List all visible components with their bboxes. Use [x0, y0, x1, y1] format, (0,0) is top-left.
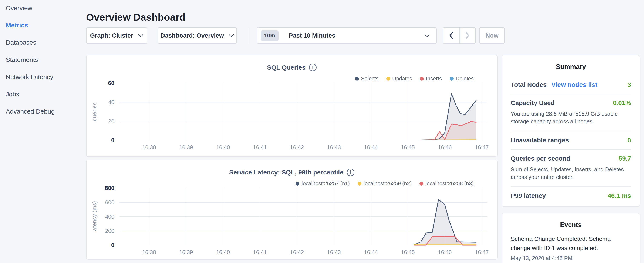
sidebar-item-jobs[interactable]: Jobs	[6, 90, 85, 98]
svg-text:queries: queries	[92, 102, 98, 121]
sidebar-item-overview[interactable]: Overview	[6, 4, 85, 12]
legend-item-selects: Selects	[355, 76, 378, 82]
svg-text:16:41: 16:41	[253, 144, 267, 150]
svg-text:16:42: 16:42	[290, 144, 304, 150]
sidebar-item-statements[interactable]: Statements	[6, 56, 85, 64]
svg-text:16:40: 16:40	[216, 144, 230, 150]
svg-text:16:47: 16:47	[475, 249, 488, 255]
sidebar-item-metrics[interactable]: Metrics	[6, 22, 85, 29]
svg-text:16:39: 16:39	[179, 249, 193, 255]
summary-row-capacity-used: Capacity Used 0.01% You are using 28.6 M…	[511, 94, 631, 131]
svg-text:16:46: 16:46	[438, 144, 452, 150]
summary-label: Capacity Used	[511, 99, 555, 107]
summary-row-queries-per-second: Queries per second 59.7 Sum of Selects, …	[511, 149, 631, 186]
legend-label: Inserts	[426, 76, 442, 82]
legend-item-updates: Updates	[386, 76, 412, 82]
time-step-back-button[interactable]	[443, 28, 459, 43]
summary-label: P99 latency	[511, 192, 546, 199]
svg-text:16:47: 16:47	[475, 144, 488, 150]
summary-value: 59.7	[619, 155, 631, 162]
time-range-dropdown[interactable]: 10m Past 10 Minutes	[257, 27, 437, 44]
sidebar-nav: Overview Metrics Databases Statements Ne…	[0, 0, 85, 263]
time-step-forward-button[interactable]	[459, 28, 476, 43]
legend-label: localhost:26258 (n3)	[426, 180, 474, 187]
svg-text:16:44: 16:44	[364, 249, 378, 255]
svg-text:16:42: 16:42	[290, 249, 304, 255]
legend-label: localhost:26257 (n1)	[302, 180, 350, 187]
svg-text:400: 400	[105, 213, 114, 220]
svg-text:40: 40	[108, 99, 114, 105]
now-button-label: Now	[486, 32, 498, 39]
chevron-down-icon	[138, 34, 144, 37]
chevron-left-icon	[449, 32, 454, 39]
sidebar-item-databases[interactable]: Databases	[6, 39, 85, 46]
dashboard-dropdown[interactable]: Dashboard: Overview	[158, 27, 237, 44]
summary-panel: Summary Total Nodes View nodes list 3 Ca…	[502, 55, 640, 207]
svg-text:16:43: 16:43	[327, 249, 341, 255]
events-heading: Events	[511, 221, 631, 229]
time-step-controls	[443, 27, 476, 44]
chevron-right-icon	[465, 32, 470, 39]
legend-item-inserts: Inserts	[420, 76, 442, 82]
legend-item-localhost-26258-n3: localhost:26258 (n3)	[420, 180, 474, 187]
graph-scope-label: Graph: Cluster	[90, 32, 133, 39]
legend-dot	[355, 77, 359, 81]
chevron-down-icon	[228, 34, 234, 37]
chart-title: Service Latency: SQL, 99th percentile	[229, 169, 343, 176]
summary-heading: Summary	[511, 63, 631, 71]
svg-text:200: 200	[105, 228, 114, 234]
legend-dot	[420, 182, 423, 185]
chart-panel-sql-queries: SQL QueriesiSelectsUpdatesInsertsDeletes…	[86, 55, 498, 157]
view-nodes-list-link[interactable]: View nodes list	[551, 81, 597, 88]
svg-text:16:44: 16:44	[364, 144, 378, 150]
summary-description: Sum of Selects, Updates, Inserts, and De…	[511, 166, 631, 181]
legend-dot	[296, 182, 299, 185]
legend-label: Updates	[392, 76, 412, 82]
summary-value: 46.1 ms	[608, 192, 631, 199]
info-icon[interactable]: i	[347, 168, 354, 176]
time-range-label: Past 10 Minutes	[289, 32, 420, 39]
summary-label: Queries per second	[511, 155, 570, 162]
legend-label: Deletes	[456, 76, 474, 82]
summary-label: Unavailable ranges	[511, 137, 569, 144]
summary-value: 0.01%	[613, 99, 631, 107]
sidebar-item-network-latency[interactable]: Network Latency	[6, 73, 85, 81]
legend-label: Selects	[361, 76, 378, 82]
now-button[interactable]: Now	[479, 27, 505, 44]
graph-scope-dropdown[interactable]: Graph: Cluster	[86, 27, 147, 44]
svg-text:0: 0	[111, 242, 114, 248]
summary-row-p99-latency: P99 latency 46.1 ms	[511, 186, 631, 205]
svg-text:16:43: 16:43	[327, 144, 341, 150]
legend-dot	[358, 182, 362, 185]
legend-dot	[386, 77, 390, 81]
svg-text:16:41: 16:41	[253, 249, 267, 255]
db-console-metrics-page: Overview Metrics Databases Statements Ne…	[0, 0, 644, 263]
svg-text:16:39: 16:39	[179, 144, 193, 150]
event-list-item: Schema Change Completed: Schema change w…	[511, 234, 631, 261]
svg-text:16:38: 16:38	[142, 144, 156, 150]
svg-text:60: 60	[108, 80, 114, 86]
chart-legend: SelectsUpdatesInsertsDeletes	[355, 76, 474, 82]
svg-text:0: 0	[111, 137, 114, 143]
event-message: Schema Change Completed: Schema change w…	[511, 234, 631, 253]
svg-text:16:40: 16:40	[216, 249, 230, 255]
time-range-badge: 10m	[261, 31, 278, 41]
summary-row-total-nodes: Total Nodes View nodes list 3	[511, 76, 631, 94]
summary-value: 3	[628, 81, 631, 88]
chart-header: SQL Queriesi	[86, 64, 497, 71]
summary-value: 0	[628, 137, 631, 144]
info-icon[interactable]: i	[309, 64, 316, 71]
svg-text:latency (ms): latency (ms)	[92, 201, 98, 232]
svg-text:600: 600	[105, 199, 114, 205]
chevron-down-icon	[424, 34, 430, 37]
summary-label: Total Nodes	[511, 81, 546, 88]
chart-header: Service Latency: SQL, 99th percentilei	[86, 168, 497, 176]
svg-text:800: 800	[105, 185, 114, 191]
legend-item-deletes: Deletes	[450, 76, 474, 82]
chart-panel-service-latency: Service Latency: SQL, 99th percentileilo…	[86, 160, 498, 259]
legend-label: localhost:26259 (n2)	[364, 180, 412, 187]
toolbar-divider	[248, 28, 249, 43]
sidebar-item-advanced-debug[interactable]: Advanced Debug	[6, 108, 85, 115]
legend-item-localhost-26259-n2: localhost:26259 (n2)	[358, 180, 412, 187]
event-timestamp: May 13, 2020 at 4:45 PM	[511, 255, 631, 261]
